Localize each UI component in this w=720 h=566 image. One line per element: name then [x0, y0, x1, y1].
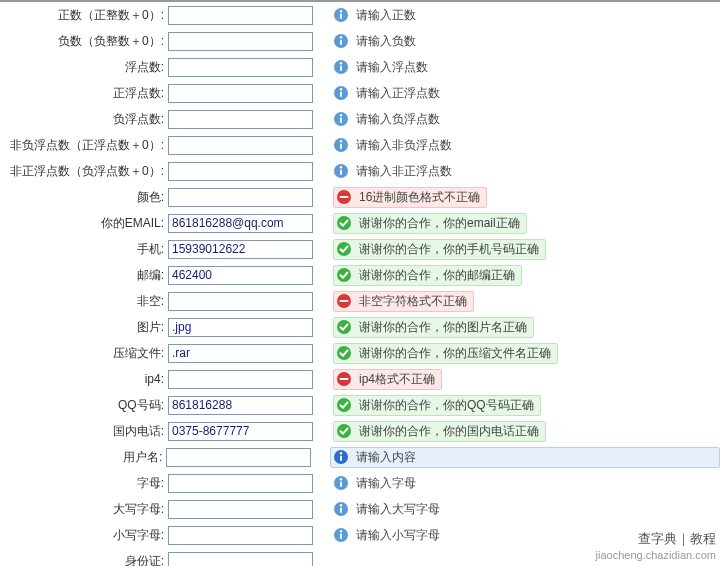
error-icon — [336, 293, 352, 309]
text-input[interactable] — [168, 6, 313, 25]
svg-rect-7 — [340, 66, 342, 72]
text-input[interactable] — [168, 422, 313, 441]
message-cell: 16进制颜色格式不正确 — [333, 187, 720, 207]
message-text: 谢谢你的合作，你的email正确 — [357, 215, 520, 232]
text-input[interactable] — [168, 474, 313, 493]
svg-point-45 — [340, 530, 342, 532]
svg-point-25 — [337, 268, 351, 282]
field-label: 颜色: — [0, 189, 168, 206]
text-input[interactable] — [168, 188, 313, 207]
input-cell — [168, 6, 323, 25]
svg-rect-44 — [340, 534, 342, 540]
svg-rect-13 — [340, 118, 342, 124]
success-icon — [336, 241, 352, 257]
message-cell: 请输入非正浮点数 — [333, 161, 720, 181]
field-label: 身份证: — [0, 553, 168, 567]
svg-point-36 — [340, 452, 342, 454]
message-text: 请输入内容 — [354, 449, 416, 466]
text-input[interactable] — [168, 110, 313, 129]
message-text: 谢谢你的合作，你的邮编正确 — [357, 267, 515, 284]
form-row: 浮点数:请输入浮点数 — [0, 54, 720, 80]
form-row: ip4:ip4格式不正确 — [0, 366, 720, 392]
message-text: 谢谢你的合作，你的手机号码正确 — [357, 241, 539, 258]
text-input[interactable] — [168, 84, 313, 103]
validation-message: 非空字符格式不正确 — [333, 291, 474, 312]
info-icon — [333, 33, 349, 49]
text-input[interactable] — [168, 500, 313, 519]
error-icon — [336, 189, 352, 205]
text-input[interactable] — [168, 318, 313, 337]
message-cell: 请输入大写字母 — [333, 499, 720, 519]
message-text: 请输入浮点数 — [354, 59, 428, 76]
input-cell — [168, 136, 323, 155]
form-row: 非空:非空字符格式不正确 — [0, 288, 720, 314]
success-icon — [336, 215, 352, 231]
field-label: 字母: — [0, 475, 168, 492]
message-cell: 谢谢你的合作，你的国内电话正确 — [333, 421, 720, 441]
message-text: 请输入负浮点数 — [354, 111, 440, 128]
form-row: 邮编:谢谢你的合作，你的邮编正确 — [0, 262, 720, 288]
watermark: 查字典｜教程 jiaocheng.chazidian.com — [596, 531, 716, 562]
field-label: 正数（正整数＋0）: — [0, 7, 168, 24]
input-cell — [168, 344, 323, 363]
info-icon — [333, 7, 349, 23]
text-input[interactable] — [168, 136, 313, 155]
svg-rect-1 — [340, 14, 342, 20]
info-icon — [333, 527, 349, 543]
text-input[interactable] — [168, 292, 313, 311]
field-label: 非空: — [0, 293, 168, 310]
svg-point-24 — [337, 242, 351, 256]
form-row: 负浮点数:请输入负浮点数 — [0, 106, 720, 132]
message-cell: 谢谢你的合作，你的图片名正确 — [333, 317, 720, 337]
validation-message: 谢谢你的合作，你的邮编正确 — [333, 265, 522, 286]
svg-point-28 — [337, 320, 351, 334]
text-input[interactable] — [168, 552, 313, 567]
message-cell: 谢谢你的合作，你的email正确 — [333, 213, 720, 233]
input-cell — [168, 188, 323, 207]
validation-message: 请输入正数 — [333, 7, 416, 24]
text-input[interactable] — [168, 526, 313, 545]
validation-message: 谢谢你的合作，你的QQ号码正确 — [333, 395, 541, 416]
form-row: QQ号码:谢谢你的合作，你的QQ号码正确 — [0, 392, 720, 418]
validation-message: 谢谢你的合作，你的压缩文件名正确 — [333, 343, 558, 364]
validation-message: 请输入小写字母 — [333, 527, 440, 544]
validation-message: ip4格式不正确 — [333, 369, 442, 390]
validation-message: 请输入正浮点数 — [333, 85, 440, 102]
text-input[interactable] — [168, 370, 313, 389]
text-input[interactable] — [166, 448, 311, 467]
text-input[interactable] — [168, 266, 313, 285]
input-cell — [168, 370, 323, 389]
text-input[interactable] — [168, 344, 313, 363]
text-input[interactable] — [168, 32, 313, 51]
input-cell — [168, 526, 323, 545]
svg-point-42 — [340, 504, 342, 506]
error-icon — [336, 371, 352, 387]
form-row: 非负浮点数（正浮点数＋0）:请输入非负浮点数 — [0, 132, 720, 158]
field-label: 浮点数: — [0, 59, 168, 76]
message-text: 请输入字母 — [354, 475, 416, 492]
message-cell: 请输入正数 — [333, 5, 720, 25]
form-row: 大写字母:请输入大写字母 — [0, 496, 720, 522]
watermark-title: 查字典｜教程 — [596, 531, 716, 548]
message-text: 谢谢你的合作，你的压缩文件名正确 — [357, 345, 551, 362]
success-icon — [336, 397, 352, 413]
text-input[interactable] — [168, 240, 313, 259]
validation-message: 请输入负数 — [333, 33, 416, 50]
success-icon — [336, 423, 352, 439]
message-text: 非空字符格式不正确 — [357, 293, 467, 310]
input-cell — [168, 500, 323, 519]
svg-point-33 — [337, 424, 351, 438]
text-input[interactable] — [168, 162, 313, 181]
form-row: 负数（负整数＋0）:请输入负数 — [0, 28, 720, 54]
text-input[interactable] — [168, 214, 313, 233]
text-input[interactable] — [168, 58, 313, 77]
input-cell — [168, 292, 323, 311]
message-cell: 请输入浮点数 — [333, 57, 720, 77]
text-input[interactable] — [168, 396, 313, 415]
svg-rect-10 — [340, 92, 342, 98]
svg-point-39 — [340, 478, 342, 480]
validation-message: 请输入负浮点数 — [333, 111, 440, 128]
message-cell: ip4格式不正确 — [333, 369, 720, 389]
svg-point-20 — [340, 166, 342, 168]
message-cell: 谢谢你的合作，你的邮编正确 — [333, 265, 720, 285]
